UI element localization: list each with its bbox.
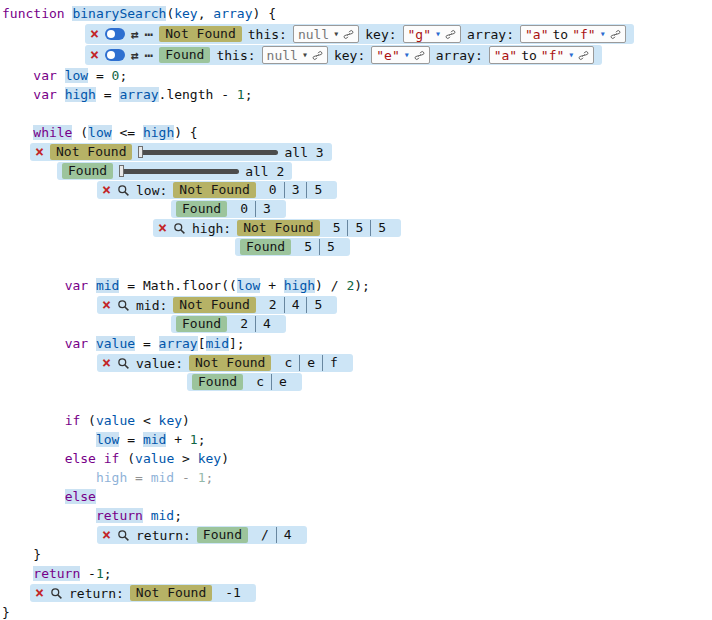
remove-probe-icon[interactable]: × bbox=[158, 221, 167, 236]
probe-example-badge: Found bbox=[192, 374, 243, 390]
array-to-value: "f" bbox=[572, 27, 595, 42]
code-line-blank[interactable] bbox=[2, 392, 712, 411]
iteration-slider[interactable] bbox=[138, 146, 278, 158]
remove-probe-icon[interactable]: × bbox=[102, 528, 111, 543]
toggle-knob bbox=[107, 51, 115, 59]
more-options-icon[interactable]: ⋯ bbox=[145, 27, 153, 41]
this-value-dropdown[interactable]: null ▾ bbox=[262, 46, 328, 64]
link-icon[interactable] bbox=[445, 29, 456, 40]
remove-probe-icon[interactable]: × bbox=[35, 586, 44, 601]
binary-search-live-editor: function binarySearch(key, array) { × ⇄ … bbox=[0, 0, 712, 620]
key-value-dropdown[interactable]: "g" ▾ bbox=[403, 25, 462, 43]
code-line-close-function[interactable]: } bbox=[2, 603, 712, 620]
probe-values: 24 bbox=[233, 316, 278, 332]
probe-values: 555 bbox=[326, 220, 393, 236]
chevron-down-icon: ▾ bbox=[302, 50, 308, 60]
probe-example-badge: Found bbox=[197, 527, 248, 543]
code-line-return-mid[interactable]: return mid; bbox=[2, 506, 712, 525]
code-line-var-low[interactable]: var low = 0; bbox=[2, 66, 712, 85]
array-from-value: "a" bbox=[494, 48, 517, 63]
probe-label: value: bbox=[136, 356, 183, 371]
swap-arrows-icon[interactable]: ⇄ bbox=[131, 28, 139, 41]
remove-probe-icon[interactable]: × bbox=[102, 298, 111, 313]
remove-probe-icon[interactable]: × bbox=[102, 356, 111, 371]
probe-values: 03 bbox=[233, 201, 278, 217]
slider-handle[interactable] bbox=[119, 165, 124, 177]
code-line-else[interactable]: else bbox=[2, 487, 712, 506]
example-toggle[interactable] bbox=[105, 28, 125, 40]
link-icon[interactable] bbox=[414, 50, 425, 61]
probe-mid-not-found: × mid: Not Found 245 bbox=[97, 296, 337, 314]
link-icon[interactable] bbox=[578, 50, 589, 61]
code-line-while[interactable]: while (low <= high) { bbox=[2, 123, 712, 142]
probe-example-badge: Not Found bbox=[237, 220, 319, 236]
code-line-blank[interactable] bbox=[2, 104, 712, 123]
magnifier-icon bbox=[173, 222, 186, 235]
probe-label: high: bbox=[192, 221, 231, 236]
code-line-low-assign[interactable]: low = mid + 1; bbox=[2, 430, 712, 449]
swap-arrows-icon[interactable]: ⇄ bbox=[131, 49, 139, 62]
magnifier-icon bbox=[117, 299, 130, 312]
probe-return-found: × return: Found /4 bbox=[97, 526, 307, 544]
remove-example-icon[interactable]: × bbox=[90, 48, 99, 63]
remove-probe-icon[interactable]: × bbox=[102, 183, 111, 198]
magnifier-icon bbox=[117, 529, 130, 542]
code-line-high-assign-unexecuted[interactable]: high = mid - 1; bbox=[2, 468, 712, 487]
probe-high-found: Found 55 bbox=[235, 238, 350, 256]
chevron-down-icon: ▾ bbox=[600, 29, 606, 39]
probe-low-found: Found 03 bbox=[171, 200, 286, 218]
code-line-var-value[interactable]: var value = array[mid]; bbox=[2, 334, 712, 353]
probe-values: -1 bbox=[218, 585, 248, 601]
slider-track[interactable] bbox=[119, 169, 239, 174]
probe-example-badge: Not Found bbox=[189, 355, 271, 371]
chevron-down-icon: ▾ bbox=[333, 29, 339, 39]
array-value-dropdown[interactable]: "a" to "f" ▾ bbox=[520, 25, 626, 43]
example-toggle[interactable] bbox=[105, 49, 125, 61]
example-name-badge[interactable]: Not Found bbox=[159, 26, 241, 42]
probe-high-not-found: × high: Not Found 555 bbox=[153, 219, 401, 237]
code-line-close-while[interactable]: } bbox=[2, 545, 712, 564]
slider-track[interactable] bbox=[138, 150, 278, 155]
loop-slider-not-found: × Not Found all 3 bbox=[30, 143, 332, 161]
probe-values: cef bbox=[277, 355, 344, 371]
array-from-value: "a" bbox=[525, 27, 548, 42]
loop-slider-found: Found all 2 bbox=[57, 162, 292, 180]
toggle-knob bbox=[107, 30, 115, 38]
code-line-var-high[interactable]: var high = array.length - 1; bbox=[2, 85, 712, 104]
remove-example-icon[interactable]: × bbox=[90, 27, 99, 42]
probe-example-badge: Found bbox=[176, 316, 227, 332]
this-value-dropdown[interactable]: null ▾ bbox=[293, 25, 359, 43]
link-icon[interactable] bbox=[610, 29, 621, 40]
more-options-icon[interactable]: ⋯ bbox=[145, 48, 153, 62]
code-line-return-minus-one[interactable]: return -1; bbox=[2, 564, 712, 583]
code-line-blank[interactable] bbox=[2, 257, 712, 276]
code-line-if[interactable]: if (value < key) bbox=[2, 411, 712, 430]
iteration-slider[interactable] bbox=[119, 165, 239, 177]
probe-label: low: bbox=[136, 183, 167, 198]
probe-values: 035 bbox=[262, 182, 329, 198]
probe-values: 55 bbox=[297, 239, 342, 255]
slider-handle[interactable] bbox=[138, 146, 143, 158]
probe-low-not-found: × low: Not Found 035 bbox=[97, 181, 337, 199]
link-icon[interactable] bbox=[312, 50, 323, 61]
example-name-badge[interactable]: Found bbox=[159, 47, 210, 63]
key-value: "e" bbox=[376, 48, 399, 63]
this-label: this: bbox=[216, 48, 255, 63]
remove-loop-widget-icon[interactable]: × bbox=[35, 145, 44, 160]
code-line-else-if[interactable]: else if (value > key) bbox=[2, 449, 712, 468]
code-line-function[interactable]: function binarySearch(key, array) { bbox=[2, 4, 712, 23]
iteration-range-label: all 2 bbox=[245, 164, 284, 179]
probe-value-not-found: × value: Not Found cef bbox=[97, 354, 353, 372]
chevron-down-icon: ▾ bbox=[435, 29, 441, 39]
probe-label: mid: bbox=[136, 298, 167, 313]
array-to-word: to bbox=[553, 27, 569, 42]
array-to-word: to bbox=[521, 48, 537, 63]
magnifier-icon bbox=[50, 587, 63, 600]
array-value-dropdown[interactable]: "a" to "f" ▾ bbox=[489, 46, 595, 64]
array-label: array: bbox=[467, 27, 514, 42]
link-icon[interactable] bbox=[343, 29, 354, 40]
code-line-var-mid[interactable]: var mid = Math.floor((low + high) / 2); bbox=[2, 276, 712, 295]
probe-values: ce bbox=[249, 374, 294, 390]
array-label: array: bbox=[436, 48, 483, 63]
key-value-dropdown[interactable]: "e" ▾ bbox=[371, 46, 430, 64]
